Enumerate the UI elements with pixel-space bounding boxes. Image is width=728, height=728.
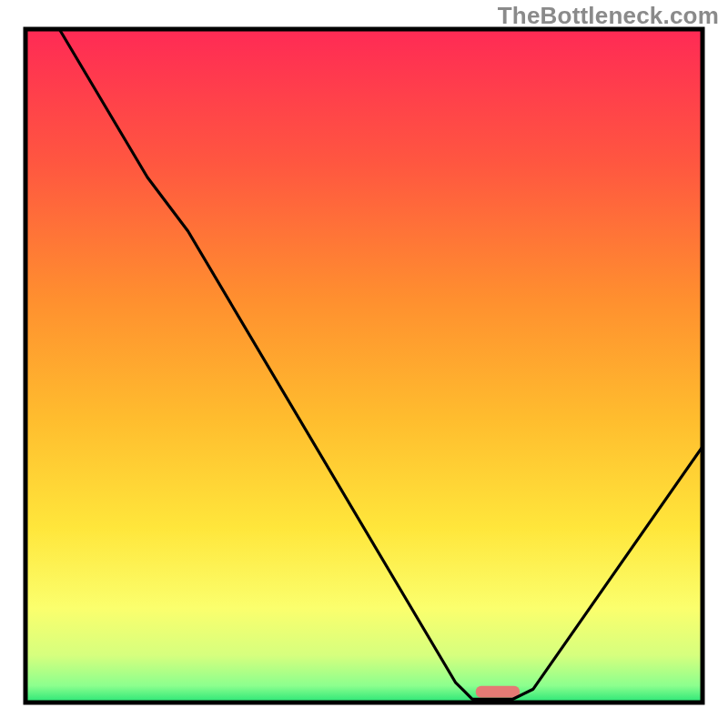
watermark-label: TheBottleneck.com [498, 2, 719, 30]
chart-container: TheBottleneck.com [0, 0, 728, 728]
optimal-range-marker [476, 686, 520, 698]
plot-background [25, 29, 703, 703]
bottleneck-chart [0, 0, 728, 728]
